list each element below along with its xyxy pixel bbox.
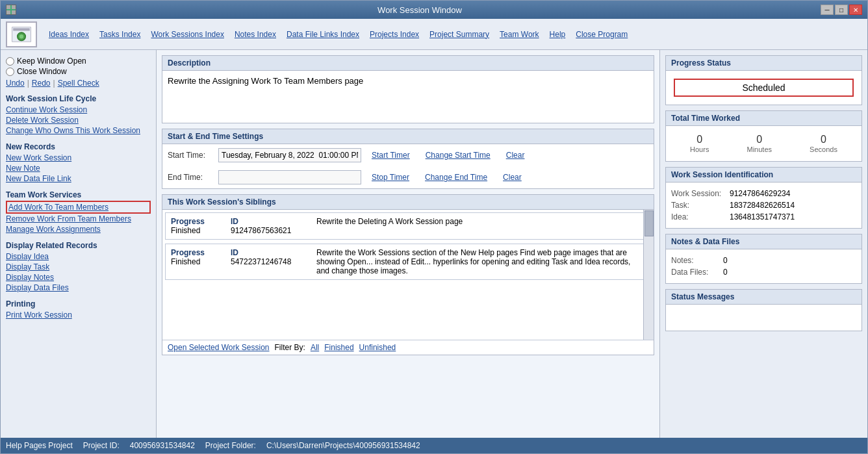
idea-id-value: 136481351747371 bbox=[730, 212, 795, 221]
total-time-worked-title: Total Time Worked bbox=[666, 111, 862, 126]
change-start-time-button[interactable]: Change Start Time bbox=[420, 151, 496, 160]
idea-id-label: Idea: bbox=[671, 212, 730, 221]
logo-inner bbox=[11, 24, 32, 45]
nav-data-file-links-index[interactable]: Data File Links Index bbox=[283, 29, 363, 40]
nav-menu: Ideas Index Tasks Index Work Sessions In… bbox=[45, 29, 862, 40]
siblings-scroll[interactable]: Progress Finished ID 91247867563621 Rewr… bbox=[162, 210, 654, 340]
nav-team-work[interactable]: Team Work bbox=[496, 29, 542, 40]
svg-rect-2 bbox=[6, 10, 10, 14]
end-time-label: End Time: bbox=[168, 173, 213, 182]
sibling-id-header-2: ID bbox=[231, 248, 309, 257]
minutes-label: Minutes bbox=[747, 145, 772, 153]
change-end-time-button[interactable]: Change End Time bbox=[420, 173, 492, 182]
main-content: Keep Window Open Close Window Undo | Red… bbox=[1, 50, 867, 438]
data-files-count-value: 0 bbox=[723, 268, 728, 277]
seconds-label: Seconds bbox=[810, 145, 837, 153]
delete-work-session-link[interactable]: Delete Work Session bbox=[6, 115, 151, 125]
scrollbar-thumb[interactable] bbox=[645, 210, 654, 236]
siblings-container: Progress Finished ID 91247867563621 Rewr… bbox=[162, 210, 654, 340]
total-time-worked-body: 0 Hours 0 Minutes 0 Seconds bbox=[666, 126, 862, 161]
notes-count-value: 0 bbox=[723, 256, 728, 265]
nav-close-program[interactable]: Close Program bbox=[572, 29, 632, 40]
close-button[interactable]: ✕ bbox=[849, 5, 862, 15]
data-files-count-label: Data Files: bbox=[671, 268, 723, 277]
work-session-id-row: Work Session: 91247864629234 bbox=[671, 188, 856, 199]
minimize-button[interactable]: ─ bbox=[821, 5, 834, 15]
open-selected-work-session-link[interactable]: Open Selected Work Session bbox=[168, 343, 270, 352]
spell-check-link[interactable]: Spell Check bbox=[58, 79, 99, 88]
nav-project-summary[interactable]: Project Summary bbox=[426, 29, 493, 40]
description-header: Description bbox=[162, 56, 654, 71]
close-window-option[interactable]: Close Window bbox=[6, 67, 151, 76]
siblings-scrollbar[interactable] bbox=[643, 210, 654, 340]
add-work-to-team-members-link[interactable]: Add Work To Team Members bbox=[6, 201, 151, 214]
hours-col: 0 Hours bbox=[690, 134, 709, 153]
undo-link[interactable]: Undo bbox=[6, 79, 25, 88]
printing-title: Printing bbox=[6, 299, 151, 309]
display-data-files-link[interactable]: Display Data Files bbox=[6, 283, 151, 293]
data-files-count-row: Data Files: 0 bbox=[671, 266, 856, 278]
start-timer-button[interactable]: Start Timer bbox=[366, 151, 415, 160]
display-idea-link[interactable]: Display Idea bbox=[6, 251, 151, 262]
keep-window-open-option[interactable]: Keep Window Open bbox=[6, 57, 151, 66]
siblings-section: This Work Session's Siblings Progress Fi… bbox=[162, 194, 654, 355]
remove-work-from-team-members-link[interactable]: Remove Work From Team Members bbox=[6, 214, 151, 224]
description-text: Rewrite the Assigning Work To Team Membe… bbox=[162, 71, 654, 123]
project-folder-value: C:\Users\Darren\Projects\400956931534842 bbox=[266, 441, 420, 450]
nav-notes-index[interactable]: Notes Index bbox=[231, 29, 280, 40]
sibling-2-description: Rewrite the Work Sessions section of the… bbox=[316, 248, 645, 275]
clear-end-button[interactable]: Clear bbox=[498, 173, 527, 182]
display-task-link[interactable]: Display Task bbox=[6, 262, 151, 272]
sibling-row-1[interactable]: Progress Finished ID 91247867563621 Rewr… bbox=[165, 212, 651, 240]
start-end-time-header: Start & End Time Settings bbox=[162, 129, 654, 144]
nav-ideas-index[interactable]: Ideas Index bbox=[45, 29, 93, 40]
undo-redo-sep: | bbox=[27, 79, 29, 88]
manage-work-assignments-link[interactable]: Manage Work Assignments bbox=[6, 224, 151, 234]
window-title: Work Session Window bbox=[19, 5, 821, 15]
clear-start-button[interactable]: Clear bbox=[501, 151, 530, 160]
stop-timer-button[interactable]: Stop Timer bbox=[366, 173, 415, 182]
sibling-progress-header-2: Progress bbox=[171, 248, 223, 257]
task-id-value: 183728482626514 bbox=[730, 201, 795, 210]
sibling-2-progress-col: Progress Finished bbox=[171, 248, 223, 275]
filter-all-link[interactable]: All bbox=[311, 343, 319, 352]
end-time-input[interactable] bbox=[218, 170, 361, 184]
status-messages-section: Status Messages bbox=[665, 289, 862, 331]
display-notes-link[interactable]: Display Notes bbox=[6, 272, 151, 283]
new-note-link[interactable]: New Note bbox=[6, 163, 151, 173]
sibling-row-2[interactable]: Progress Finished ID 54722371246748 Rewr… bbox=[165, 244, 651, 280]
menu-bar: Ideas Index Tasks Index Work Sessions In… bbox=[1, 19, 867, 50]
redo-link[interactable]: Redo bbox=[32, 79, 51, 88]
start-end-time-section: Start & End Time Settings Start Time: St… bbox=[162, 129, 654, 189]
nav-tasks-index[interactable]: Tasks Index bbox=[96, 29, 144, 40]
sibling-1-progress: Finished bbox=[171, 226, 223, 235]
filter-unfinished-link[interactable]: Unfinished bbox=[359, 343, 396, 352]
status-messages-title: Status Messages bbox=[666, 290, 862, 305]
svg-rect-1 bbox=[12, 5, 16, 9]
display-related-records-title: Display Related Records bbox=[6, 241, 151, 250]
notes-data-files-title: Notes & Data Files bbox=[666, 234, 862, 249]
end-time-row: End Time: Stop Timer Change End Time Cle… bbox=[162, 166, 654, 188]
minutes-col: 0 Minutes bbox=[747, 134, 772, 153]
status-bar: Help Pages Project Project ID: 400956931… bbox=[1, 438, 867, 453]
new-data-file-link-link[interactable]: New Data File Link bbox=[6, 173, 151, 184]
hours-value: 0 bbox=[696, 134, 702, 145]
sibling-1-desc-col: Rewrite the Deleting A Work Session page bbox=[316, 217, 645, 235]
status-messages-body bbox=[666, 305, 862, 331]
identification-body: Work Session: 91247864629234 Task: 18372… bbox=[666, 183, 862, 228]
nav-projects-index[interactable]: Projects Index bbox=[366, 29, 423, 40]
start-time-input[interactable] bbox=[218, 148, 361, 162]
print-work-session-link[interactable]: Print Work Session bbox=[6, 310, 151, 320]
new-work-session-link[interactable]: New Work Session bbox=[6, 153, 151, 163]
edit-actions: Undo | Redo | Spell Check bbox=[6, 79, 151, 88]
nav-work-sessions-index[interactable]: Work Sessions Index bbox=[147, 29, 228, 40]
close-window-radio[interactable] bbox=[6, 68, 14, 76]
continue-work-session-link[interactable]: Continue Work Session bbox=[6, 105, 151, 115]
maximize-button[interactable]: □ bbox=[835, 5, 848, 15]
filter-finished-link[interactable]: Finished bbox=[324, 343, 353, 352]
change-who-owns-link[interactable]: Change Who Owns This Work Session bbox=[6, 125, 151, 136]
keep-window-open-radio[interactable] bbox=[6, 57, 14, 66]
nav-help[interactable]: Help bbox=[546, 29, 570, 40]
work-session-life-cycle-title: Work Session Life Cycle bbox=[6, 94, 151, 103]
project-id-value: 400956931534842 bbox=[130, 441, 195, 450]
